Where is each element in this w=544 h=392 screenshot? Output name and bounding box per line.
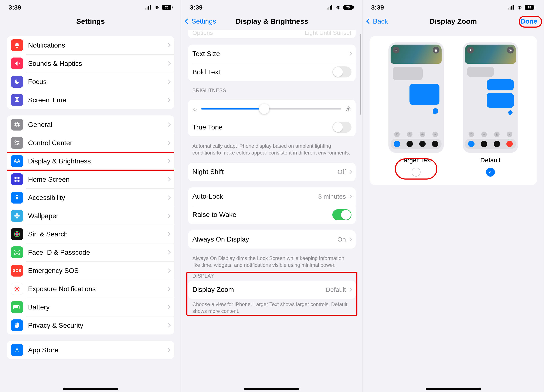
- speaker-icon: [11, 58, 23, 69]
- row-notifications[interactable]: Notifications: [7, 36, 174, 54]
- chevron-right-icon: [348, 288, 352, 292]
- row-night-shift[interactable]: Night Shift Off: [188, 163, 355, 181]
- settings-group-1: Notifications Sounds & Haptics Focus: [7, 36, 174, 109]
- svg-rect-42: [513, 5, 514, 10]
- exposure-icon: [11, 283, 23, 295]
- cellular-icon: [508, 4, 514, 11]
- back-button[interactable]: Settings: [185, 13, 216, 30]
- svg-line-31: [18, 287, 19, 288]
- svg-rect-40: [509, 7, 511, 10]
- chevron-right-icon: [166, 122, 171, 127]
- svg-rect-8: [14, 177, 16, 179]
- row-always-on[interactable]: Always On Display On: [188, 230, 355, 248]
- row-label: Options: [192, 30, 213, 36]
- row-value: Off: [337, 168, 346, 176]
- toggle-bold-text[interactable]: [332, 66, 351, 77]
- row-battery[interactable]: Battery: [7, 298, 174, 316]
- svg-point-16: [14, 215, 16, 217]
- row-label: Emergency SOS: [28, 267, 167, 275]
- svg-line-30: [15, 290, 16, 291]
- section-header-display: DISPLAY: [192, 273, 355, 279]
- toggle-true-tone[interactable]: [332, 122, 351, 133]
- home-indicator[interactable]: [63, 388, 118, 390]
- row-label: App Store: [28, 346, 167, 354]
- home-indicator[interactable]: [426, 388, 481, 390]
- row-app-store[interactable]: App Store: [7, 341, 174, 359]
- section-header-brightness: BRIGHTNESS: [192, 87, 355, 93]
- row-raise-to-wake[interactable]: Raise to Wake: [188, 206, 355, 224]
- row-value: On: [337, 236, 346, 243]
- row-label: Text Size: [192, 50, 348, 58]
- row-true-tone[interactable]: True Tone: [188, 118, 355, 136]
- radio-selected[interactable]: ✓: [486, 168, 495, 177]
- wifi-icon: [517, 4, 523, 11]
- group-night-shift: Night Shift Off: [188, 163, 355, 181]
- row-display-brightness[interactable]: AA Display & Brightness: [7, 152, 174, 170]
- row-sos[interactable]: SOS Emergency SOS: [7, 261, 174, 280]
- svg-point-21: [16, 252, 16, 252]
- chevron-right-icon: [166, 287, 171, 291]
- page-title: Display & Brightness: [236, 17, 308, 25]
- zoom-option-larger[interactable]: ✦ ◉ ✆A◉●: [388, 42, 444, 177]
- row-label: Face ID & Passcode: [28, 248, 167, 256]
- chevron-back-icon: [366, 18, 372, 24]
- radio-unselected[interactable]: [412, 168, 420, 177]
- flower-icon: [11, 210, 23, 222]
- grid-icon: [11, 173, 23, 185]
- row-focus[interactable]: Focus: [7, 73, 174, 91]
- chevron-right-icon: [348, 194, 352, 199]
- row-wallpaper[interactable]: Wallpaper: [7, 207, 174, 225]
- row-privacy[interactable]: Privacy & Security: [7, 316, 174, 334]
- wifi-icon: [335, 4, 341, 11]
- svg-rect-33: [20, 306, 20, 308]
- siri-icon: [11, 228, 23, 240]
- row-control-center[interactable]: Control Center: [7, 134, 174, 152]
- battery-icon: 75: [343, 5, 354, 10]
- row-sounds[interactable]: Sounds & Haptics: [7, 54, 174, 73]
- back-button[interactable]: Back: [367, 13, 388, 30]
- row-display-zoom[interactable]: Display Zoom Default: [188, 281, 355, 299]
- svg-rect-41: [511, 6, 512, 10]
- row-auto-lock[interactable]: Auto-Lock 3 minutes: [188, 187, 355, 206]
- row-options-partial[interactable]: Options Light Until Sunset: [188, 30, 355, 38]
- brightness-slider[interactable]: [201, 108, 341, 110]
- chevron-right-icon: [166, 232, 171, 236]
- svg-point-14: [16, 213, 18, 215]
- row-text-size[interactable]: Text Size: [188, 45, 355, 63]
- preview-default: ✦ ◉ ✆A◉●: [463, 42, 518, 153]
- row-label: Focus: [28, 78, 167, 86]
- row-bold-text[interactable]: Bold Text: [188, 63, 355, 81]
- row-label: Screen Time: [28, 96, 167, 104]
- cellular-icon: [145, 4, 152, 11]
- home-indicator[interactable]: [244, 388, 299, 390]
- row-label: Display Zoom: [192, 286, 325, 294]
- chevron-right-icon: [166, 177, 171, 181]
- toggle-raise-to-wake[interactable]: [332, 209, 351, 220]
- battery-icon: 75: [525, 5, 535, 10]
- chevron-right-icon: [166, 159, 171, 163]
- gear-icon: [11, 119, 23, 131]
- battery-icon: [11, 301, 23, 313]
- camera-icon: ◉: [433, 47, 439, 53]
- svg-rect-39: [508, 8, 509, 10]
- settings-group-2: General Control Center AA Display & Brig…: [7, 115, 174, 334]
- zoom-option-default[interactable]: ✦ ◉ ✆A◉●: [463, 42, 518, 177]
- slider-thumb[interactable]: [259, 104, 269, 114]
- row-exposure[interactable]: Exposure Notifications: [7, 280, 174, 298]
- row-value: Default: [326, 286, 346, 293]
- status-time: 3:39: [190, 4, 202, 11]
- row-faceid[interactable]: Face ID & Passcode: [7, 243, 174, 261]
- zoom-options-card: ✦ ◉ ✆A◉●: [370, 36, 537, 185]
- row-label: Sounds & Haptics: [28, 60, 167, 68]
- status-time: 3:39: [8, 4, 21, 11]
- row-general[interactable]: General: [7, 115, 174, 134]
- group-brightness: ☼ ☀ True Tone: [188, 100, 355, 136]
- done-button[interactable]: Done: [520, 13, 538, 30]
- hand-icon: [11, 319, 23, 331]
- row-accessibility[interactable]: Accessibility: [7, 189, 174, 207]
- row-siri[interactable]: Siri & Search: [7, 225, 174, 243]
- hourglass-icon: [11, 94, 23, 106]
- row-home-screen[interactable]: Home Screen: [7, 170, 174, 189]
- row-screentime[interactable]: Screen Time: [7, 91, 174, 109]
- chevron-right-icon: [166, 141, 171, 145]
